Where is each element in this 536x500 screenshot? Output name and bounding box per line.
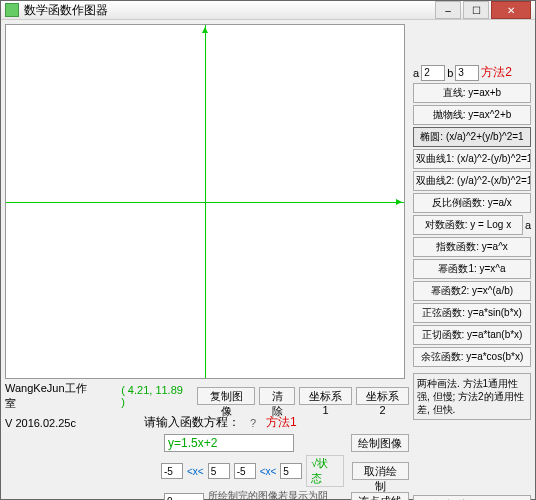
copy-image-button[interactable]: 复制图像: [197, 387, 255, 405]
fn-exp-button[interactable]: 指数函数: y=a^x: [413, 237, 531, 257]
clear-button[interactable]: 清除: [259, 387, 295, 405]
equation-prompt: 请输入函数方程：: [144, 414, 240, 431]
method1-label: 方法1: [266, 414, 297, 431]
x-axis: [6, 202, 404, 203]
fn-sin-button[interactable]: 正弦函数: y=a*sin(b*x): [413, 303, 531, 323]
fn-parabola-button[interactable]: 抛物线: y=ax^2+b: [413, 105, 531, 125]
right-panel: a b 方法2 直线: y=ax+b 抛物线: y=ax^2+b 椭圆: (x/…: [413, 24, 531, 500]
window-buttons: – ☐ ✕: [435, 1, 531, 19]
controls-area: WangKeJun工作室 ( 4.21, 11.89 ) 复制图像 清除 坐标系…: [5, 381, 409, 500]
fn-cos-button[interactable]: 余弦函数: y=a*cos(b*x): [413, 347, 531, 367]
coord1-button[interactable]: 坐标系1: [299, 387, 352, 405]
a-input[interactable]: [421, 65, 445, 81]
method2-label: 方法2: [481, 64, 512, 81]
app-icon: [5, 3, 19, 17]
method-note: 两种画法. 方法1通用性强, 但慢; 方法2的通用性差, 但快.: [413, 373, 531, 420]
connect-button[interactable]: 连点成线: [351, 492, 409, 500]
log-base-label: a: [525, 219, 531, 231]
a-label: a: [413, 67, 419, 79]
minimize-button[interactable]: –: [435, 1, 461, 19]
fn-inverse-button[interactable]: 反比例函数: y=a/x: [413, 193, 531, 213]
version-label: V 2016.02.25c: [5, 417, 76, 429]
hint-text: 所绘制完的图像若显示为阴影画前的点单击→: [208, 490, 328, 500]
fn-log-button[interactable]: 对数函数: y = Log x: [413, 215, 523, 235]
fn-hyperbola1-button[interactable]: 双曲线1: (x/a)^2-(y/b)^2=1: [413, 149, 531, 169]
draw-button[interactable]: 绘制图像: [351, 434, 409, 452]
exit-button[interactable]: 退出(关闭)作图器: [413, 495, 531, 500]
equation-input[interactable]: [164, 434, 294, 452]
close-button[interactable]: ✕: [491, 1, 531, 19]
b-input[interactable]: [455, 65, 479, 81]
plot-canvas[interactable]: [5, 24, 405, 379]
titlebar: 数学函数作图器 – ☐ ✕: [1, 1, 535, 20]
b-label: b: [447, 67, 453, 79]
content-area: WangKeJun工作室 ( 4.21, 11.89 ) 复制图像 清除 坐标系…: [1, 20, 535, 500]
cursor-coords: ( 4.21, 11.89 ): [121, 384, 189, 408]
x2-lo-input[interactable]: [234, 463, 256, 479]
range-op-1: <x<: [187, 466, 204, 477]
left-panel: WangKeJun工作室 ( 4.21, 11.89 ) 复制图像 清除 坐标系…: [5, 24, 409, 500]
range-op-2: <x<: [260, 466, 277, 477]
x1-hi-input[interactable]: [208, 463, 230, 479]
x2-hi-input[interactable]: [280, 463, 302, 479]
studio-name: WangKeJun工作室: [5, 381, 97, 411]
app-window: 数学函数作图器 – ☐ ✕ WangKeJun工作室 ( 4.21, 11.89…: [0, 0, 536, 500]
help-icon[interactable]: ?: [250, 417, 256, 429]
status-badge: √状态: [306, 455, 344, 487]
x1-lo-input[interactable]: [161, 463, 183, 479]
cancel-draw-button[interactable]: 取消绘制: [352, 462, 409, 480]
window-title: 数学函数作图器: [24, 2, 435, 19]
fn-line-button[interactable]: 直线: y=ax+b: [413, 83, 531, 103]
maximize-button[interactable]: ☐: [463, 1, 489, 19]
fn-tan-button[interactable]: 正切函数: y=a*tan(b*x): [413, 325, 531, 345]
fn-pow2-button[interactable]: 幂函数2: y=x^(a/b): [413, 281, 531, 301]
fn-ellipse-button[interactable]: 椭圆: (x/a)^2+(y/b)^2=1: [413, 127, 531, 147]
ab-params: a b 方法2: [413, 64, 531, 81]
zero-input[interactable]: [164, 493, 204, 500]
fn-pow1-button[interactable]: 幂函数1: y=x^a: [413, 259, 531, 279]
coord2-button[interactable]: 坐标系2: [356, 387, 409, 405]
fn-hyperbola2-button[interactable]: 双曲线2: (y/a)^2-(x/b)^2=1: [413, 171, 531, 191]
